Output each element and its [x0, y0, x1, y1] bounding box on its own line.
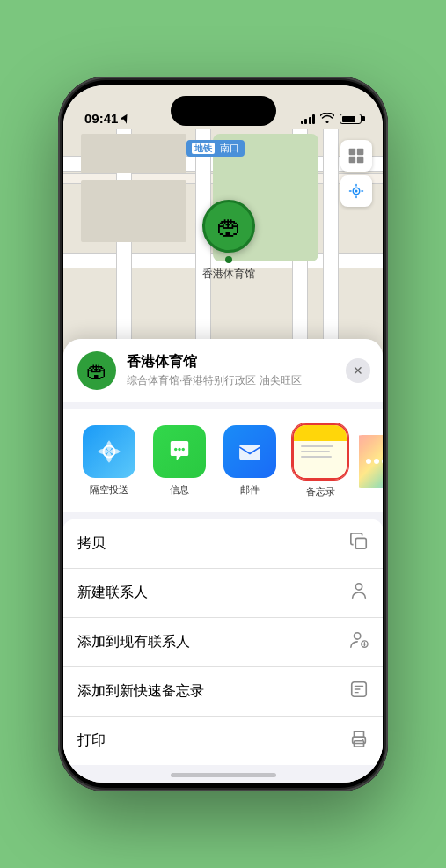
- notes-line-1: [301, 445, 333, 447]
- venue-header: 🏟 香港体育馆 综合体育馆·香港特别行政区 油尖旺区 ✕: [63, 339, 383, 402]
- airdrop-label: 隔空投送: [90, 483, 128, 497]
- airdrop-icon: [95, 438, 123, 466]
- map-controls: [340, 140, 372, 210]
- mail-icon-wrap: [223, 425, 276, 478]
- wifi-icon: [320, 112, 334, 126]
- map-block-3: [81, 134, 186, 173]
- svg-point-8: [178, 448, 180, 451]
- map-metro-label: 地铁 南口: [186, 140, 245, 157]
- action-item-print[interactable]: 打印: [63, 717, 383, 765]
- share-item-airdrop[interactable]: 隔空投送: [77, 425, 141, 497]
- action-add-contact-label: 添加到现有联系人: [77, 633, 190, 651]
- time-display: 09:41: [84, 111, 118, 126]
- stadium-icon: 🏟: [216, 212, 241, 241]
- notes-lines-container: [301, 445, 340, 458]
- more-dots: [366, 459, 383, 464]
- action-new-contact-label: 新建联系人: [77, 584, 148, 602]
- action-quick-note-label: 添加到新快速备忘录: [77, 682, 204, 701]
- mail-icon: [235, 437, 265, 467]
- action-print-label: 打印: [77, 732, 106, 750]
- notes-icon-wrap: [292, 423, 348, 480]
- mail-label: 邮件: [240, 483, 260, 497]
- venue-pin[interactable]: 🏟 香港体育馆: [202, 200, 255, 282]
- svg-rect-10: [239, 445, 260, 460]
- phone-frame: 09:41: [58, 77, 388, 791]
- svg-rect-2: [349, 157, 356, 164]
- venue-header-icon: 🏟: [77, 351, 116, 390]
- person-add-icon: [349, 630, 369, 654]
- notes-label: 备忘录: [306, 485, 335, 498]
- svg-rect-0: [349, 149, 356, 156]
- svg-point-5: [355, 190, 358, 193]
- dynamic-island: [171, 96, 276, 126]
- action-list: 拷贝 新建联系人: [63, 519, 383, 765]
- venue-header-stadium-icon: 🏟: [86, 358, 107, 383]
- status-time: 09:41: [84, 111, 129, 126]
- svg-point-13: [355, 633, 361, 639]
- svg-point-12: [355, 584, 362, 590]
- location-button[interactable]: [340, 175, 372, 207]
- map-type-button[interactable]: [340, 140, 372, 172]
- messages-icon: [165, 437, 194, 467]
- venue-pin-label: 香港体育馆: [202, 267, 255, 282]
- airdrop-icon-wrap: [83, 425, 135, 478]
- messages-icon-wrap: [153, 425, 206, 478]
- person-icon: [349, 581, 369, 605]
- venue-name: 香港体育馆: [127, 353, 369, 371]
- copy-icon: [349, 532, 369, 555]
- share-item-notes[interactable]: 备忘录: [289, 423, 352, 498]
- action-item-new-contact[interactable]: 新建联系人: [63, 569, 383, 618]
- notes-yellow-top: [294, 425, 347, 441]
- notes-line-2: [301, 451, 330, 452]
- venue-subtitle: 综合体育馆·香港特别行政区 油尖旺区: [127, 373, 369, 388]
- more-icon-wrap: [359, 435, 383, 488]
- more-dot-1: [366, 459, 371, 464]
- venue-info: 香港体育馆 综合体育馆·香港特别行政区 油尖旺区: [127, 353, 369, 388]
- action-item-copy[interactable]: 拷贝: [63, 519, 383, 569]
- close-button[interactable]: ✕: [346, 358, 370, 383]
- home-indicator: [171, 773, 276, 777]
- svg-point-7: [174, 448, 177, 451]
- print-icon: [349, 729, 369, 753]
- battery-icon: [340, 114, 362, 124]
- svg-rect-3: [357, 157, 364, 164]
- signal-bar-4: [312, 114, 315, 124]
- status-icons: [301, 112, 362, 126]
- messages-label: 信息: [170, 483, 189, 497]
- more-dot-2: [374, 459, 379, 464]
- phone-screen: 09:41: [63, 85, 383, 783]
- signal-bar-3: [309, 117, 311, 124]
- more-dot-3: [382, 459, 383, 464]
- action-item-quick-note[interactable]: 添加到新快速备忘录: [63, 667, 383, 717]
- bottom-sheet: 🏟 香港体育馆 综合体育馆·香港特别行政区 油尖旺区 ✕: [63, 339, 383, 783]
- action-copy-label: 拷贝: [77, 534, 106, 553]
- quick-note-icon: [349, 680, 369, 703]
- share-item-messages[interactable]: 信息: [148, 425, 211, 497]
- svg-point-9: [182, 448, 185, 451]
- svg-rect-1: [357, 149, 364, 156]
- share-item-mail[interactable]: 邮件: [218, 425, 281, 497]
- share-item-more[interactable]: [359, 435, 383, 488]
- signal-bars: [301, 114, 316, 124]
- venue-pin-dot: [225, 256, 232, 263]
- action-item-add-contact[interactable]: 添加到现有联系人: [63, 618, 383, 667]
- signal-bar-1: [301, 121, 303, 124]
- notes-line-3: [301, 456, 332, 458]
- signal-bar-2: [304, 119, 307, 124]
- sharing-row: 隔空投送 信息: [63, 409, 383, 512]
- venue-pin-circle: 🏟: [202, 200, 255, 253]
- map-block-1: [81, 180, 186, 242]
- svg-point-18: [362, 739, 364, 741]
- svg-rect-11: [355, 538, 366, 548]
- battery-fill: [342, 116, 355, 122]
- location-arrow-icon: [121, 114, 129, 124]
